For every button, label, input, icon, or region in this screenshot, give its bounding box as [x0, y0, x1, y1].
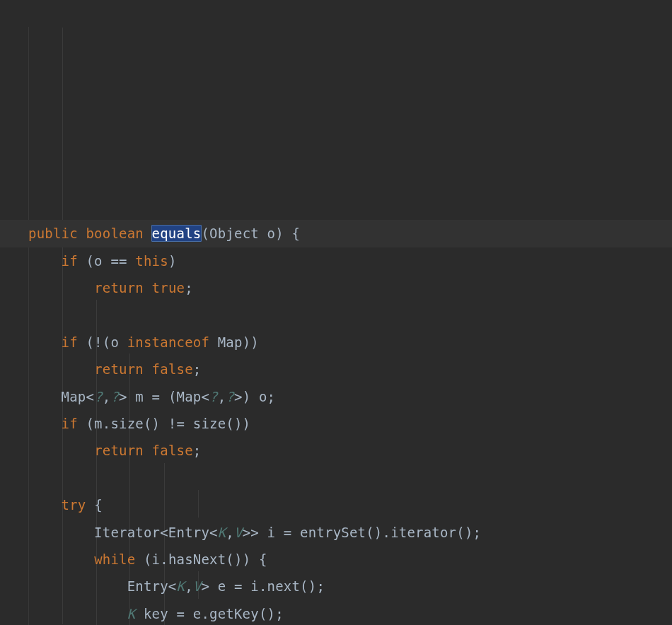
type-parameter: ? — [110, 389, 119, 404]
type-parameter: ? — [94, 389, 103, 404]
code-text: ; — [193, 443, 202, 458]
keyword: if — [62, 334, 86, 350]
code-line[interactable]: return true; — [28, 274, 672, 301]
code-text: , — [185, 578, 193, 594]
code-text — [28, 606, 127, 621]
code-text: > m = (Map< — [119, 389, 209, 404]
code-text: { — [94, 497, 103, 513]
code-line[interactable] — [28, 301, 672, 328]
keyword: while — [94, 551, 144, 567]
code-text — [28, 253, 62, 269]
code-text: >) o; — [234, 389, 275, 404]
code-text — [28, 497, 62, 513]
keyword: try — [62, 497, 95, 513]
code-text — [28, 551, 94, 567]
code-text: ) — [168, 253, 177, 269]
code-line[interactable]: Iterator<Entry<K,V>> i = entrySet().iter… — [28, 519, 672, 546]
code-text: ; — [193, 361, 202, 377]
type-parameter: ? — [226, 389, 234, 404]
type-parameter: V — [234, 525, 243, 540]
code-text: , — [103, 389, 111, 404]
code-text: (!(o — [86, 334, 127, 350]
keyword: if — [62, 253, 86, 269]
code-text: key = e.getKey(); — [135, 606, 284, 621]
code-line[interactable]: if (!(o instanceof Map)) — [28, 329, 672, 356]
code-text: Iterator<Entry< — [28, 525, 218, 540]
code-text: (o == — [86, 253, 135, 269]
type-parameter: K — [218, 525, 226, 540]
keyword: instanceof — [127, 334, 218, 350]
type-parameter: V — [193, 578, 202, 594]
code-text — [28, 443, 94, 458]
code-line[interactable]: return false; — [28, 437, 672, 464]
code-line[interactable]: try { — [28, 491, 672, 518]
code-text: , — [226, 525, 234, 540]
code-line[interactable]: Entry<K,V> e = i.next(); — [28, 573, 672, 600]
code-text — [28, 280, 94, 296]
keyword: this — [135, 253, 168, 269]
keyword: public boolean — [28, 226, 152, 241]
code-text: Entry< — [28, 578, 177, 594]
code-text: Map< — [28, 389, 94, 404]
type-parameter: K — [127, 606, 136, 621]
code-line[interactable]: public boolean equals(Object o) { — [0, 220, 672, 247]
code-line[interactable]: Map<?,?> m = (Map<?,?>) o; — [28, 383, 672, 410]
type-parameter: K — [177, 578, 185, 594]
code-text — [28, 416, 62, 431]
code-text: (m.size() != size()) — [86, 416, 250, 431]
keyword: return false — [94, 361, 193, 377]
code-text: , — [218, 389, 226, 404]
code-text: > e = i.next(); — [201, 578, 325, 594]
code-line[interactable]: while (i.hasNext()) { — [28, 546, 672, 573]
code-text: (i.hasNext()) { — [144, 551, 267, 567]
code-line[interactable]: return false; — [28, 356, 672, 382]
code-line[interactable]: K key = e.getKey(); — [28, 600, 672, 625]
code-text: >> i = entrySet().iterator(); — [243, 525, 482, 540]
keyword: return true — [94, 280, 185, 296]
code-text: (Object o) { — [201, 226, 300, 241]
code-editor[interactable]: public boolean equals(Object o) { if (o … — [28, 220, 672, 625]
type-parameter: ? — [209, 389, 218, 404]
code-line[interactable]: if (o == this) — [28, 247, 672, 274]
code-line[interactable] — [28, 465, 672, 491]
selected-identifier: equals — [151, 225, 202, 242]
code-text: ; — [185, 280, 193, 296]
code-text: Map)) — [218, 334, 259, 350]
keyword: if — [62, 416, 86, 431]
code-line[interactable]: if (m.size() != size()) — [28, 410, 672, 437]
code-text — [28, 334, 62, 350]
code-text — [28, 361, 94, 377]
keyword: return false — [94, 443, 193, 458]
